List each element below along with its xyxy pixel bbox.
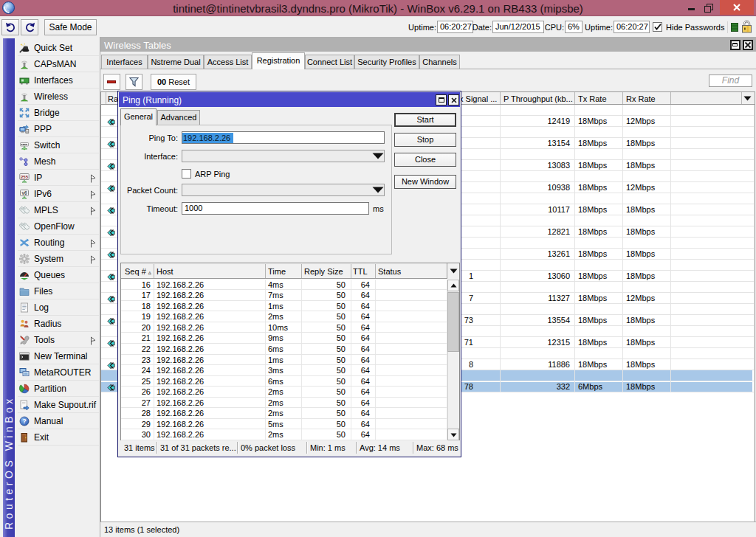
- svg-text:255: 255: [21, 175, 29, 179]
- svg-text:?: ?: [22, 418, 27, 425]
- svg-text:v6: v6: [21, 190, 27, 195]
